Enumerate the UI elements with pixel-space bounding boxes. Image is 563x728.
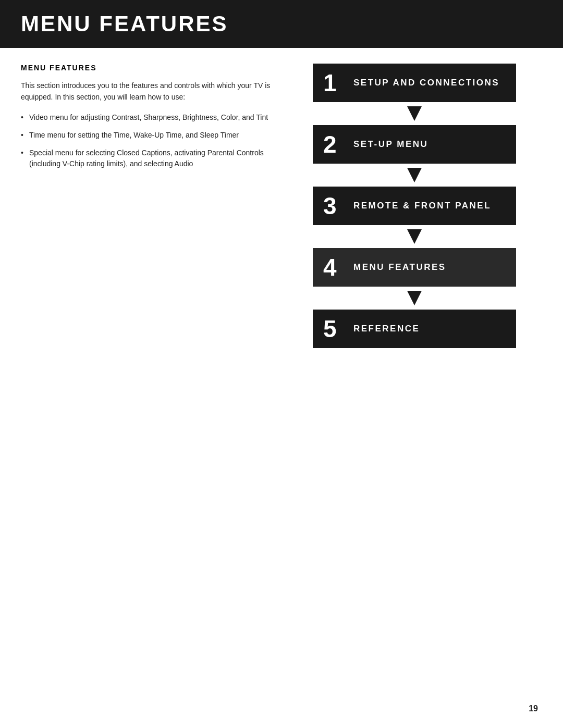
list-item: Video menu for adjusting Contrast, Sharp… [21, 112, 292, 124]
nav-item-setup[interactable]: 1 Setup and Connections [313, 64, 516, 102]
svg-marker-3 [407, 291, 422, 305]
nav-label-reference: Reference [353, 324, 420, 334]
nav-label-menu-features: Menu Features [353, 262, 446, 273]
left-column: Menu Features This section introduces yo… [21, 64, 292, 348]
down-arrow-icon [405, 104, 424, 123]
nav-number-1: 1 [323, 71, 346, 95]
svg-marker-0 [407, 106, 422, 121]
svg-marker-1 [407, 168, 422, 182]
nav-number-2: 2 [323, 132, 346, 156]
page-number: 19 [529, 704, 538, 713]
nav-item-menu-features[interactable]: 4 Menu Features [313, 248, 516, 287]
nav-number-5: 5 [323, 317, 346, 341]
nav-label-setup: Setup and Connections [353, 78, 499, 88]
list-item: Special menu for selecting Closed Captio… [21, 147, 292, 170]
page-header: Menu Features [0, 0, 563, 48]
nav-number-3: 3 [323, 194, 346, 218]
right-column: 1 Setup and Connections 2 Set-Up Menu 3 … [313, 64, 516, 348]
down-arrow-icon [405, 166, 424, 184]
nav-item-reference[interactable]: 5 Reference [313, 310, 516, 348]
nav-label-remote: Remote & Front Panel [353, 201, 491, 211]
nav-item-remote[interactable]: 3 Remote & Front Panel [313, 187, 516, 225]
svg-marker-2 [407, 229, 422, 244]
arrow-1 [313, 102, 516, 125]
down-arrow-icon [405, 227, 424, 246]
arrow-4 [313, 287, 516, 310]
list-item: Time menu for setting the Time, Wake-Up … [21, 130, 292, 141]
nav-label-setup-menu: Set-Up Menu [353, 139, 428, 150]
intro-text: This section introduces you to the featu… [21, 80, 292, 103]
page-title: Menu Features [21, 11, 542, 36]
main-content: Menu Features This section introduces yo… [0, 64, 563, 348]
arrow-2 [313, 164, 516, 187]
nav-number-4: 4 [323, 255, 346, 279]
bullet-list: Video menu for adjusting Contrast, Sharp… [21, 112, 292, 170]
arrow-3 [313, 225, 516, 248]
down-arrow-icon [405, 289, 424, 307]
nav-item-setup-menu[interactable]: 2 Set-Up Menu [313, 125, 516, 164]
section-heading: Menu Features [21, 64, 292, 72]
